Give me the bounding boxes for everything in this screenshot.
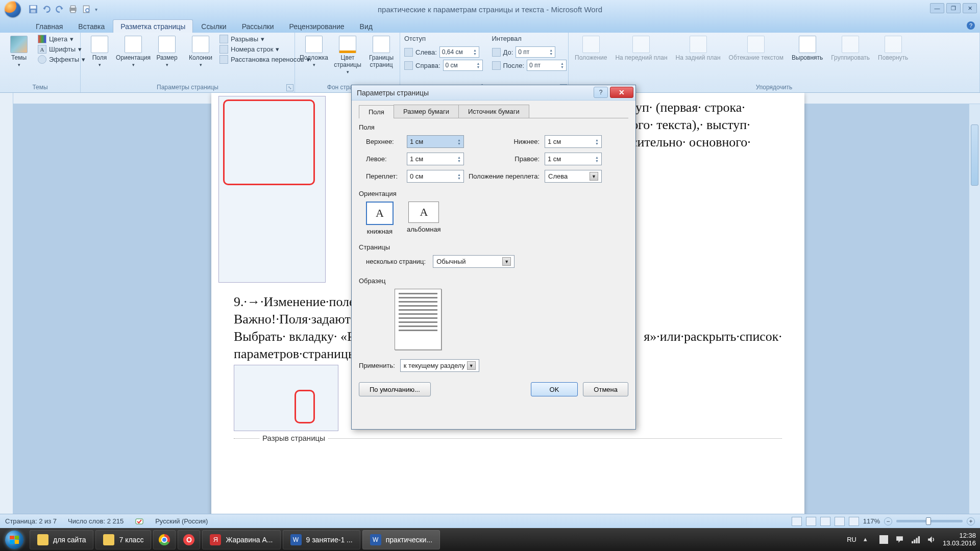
ok-button[interactable]: OK [531,382,578,396]
redo-icon[interactable] [55,5,64,14]
theme-fonts[interactable]: AШрифты ▾ [38,45,85,54]
tab-mailings[interactable]: Рассылки [235,20,281,33]
preview-icon[interactable] [82,5,91,14]
taskbar-item-chrome[interactable] [153,530,176,549]
multi-pages-combo[interactable]: Обычный▼ [433,255,514,268]
vertical-ruler[interactable] [0,93,13,535]
network-icon[interactable] [911,535,920,544]
space-after-input[interactable]: 0 пт▲▼ [527,60,567,71]
tab-view[interactable]: Вид [353,20,380,33]
zoom-in-button[interactable]: + [967,517,975,525]
orientation-portrait[interactable]: Aкнижная [366,202,394,235]
left-margin-input[interactable]: 1 см▲▼ [407,153,464,165]
tab-fields[interactable]: Поля [359,105,394,118]
tab-references[interactable]: Ссылки [194,20,233,33]
rotate-button[interactable]: Повернуть [876,35,910,62]
right-margin-input[interactable]: 1 см▲▼ [545,153,602,165]
columns-button[interactable]: Колонки▾ [186,35,215,68]
office-button[interactable] [0,0,26,18]
watermark-button[interactable]: Подложка▾ [299,35,329,68]
gutter-input[interactable]: 0 см▲▼ [407,170,464,183]
status-page[interactable]: Страница: 2 из 7 [5,517,57,525]
dialog-close-button[interactable]: ✕ [610,87,633,98]
bottom-margin-input[interactable]: 1 см▲▼ [545,135,602,148]
themes-label: Темы [11,54,27,61]
top-margin-input[interactable]: 1 см▲▼ [407,135,464,148]
tray-language[interactable]: RU [847,536,856,543]
view-draft[interactable] [849,517,859,526]
group-arrange: Положение На передний план На задний пла… [569,33,980,92]
space-before-icon [492,48,501,57]
indent-left-input[interactable]: 0,64 см▲▼ [439,46,479,58]
qat-more-icon[interactable]: ▾ [95,7,97,12]
restore-button[interactable]: ❐ [946,3,961,13]
flag-icon[interactable] [879,535,888,544]
page-borders-button[interactable]: Границы страниц [366,35,396,69]
quickprint-icon[interactable] [68,5,78,14]
view-full-reading[interactable] [806,517,816,526]
theme-effects[interactable]: Эффекты ▾ [38,55,85,64]
save-icon[interactable] [29,5,38,14]
bring-front-button[interactable]: На передний план [613,35,669,62]
status-language[interactable]: Русский (Россия) [155,517,208,525]
volume-icon[interactable] [927,535,936,544]
help-button[interactable]: ? [967,21,975,30]
fonts-icon: A [38,45,46,54]
taskbar-item-opera[interactable]: O [178,530,200,549]
theme-colors[interactable]: Цвета ▾ [38,35,85,43]
zoom-slider[interactable] [896,520,963,522]
tab-paper-size[interactable]: Размер бумаги [394,105,459,118]
tray-up-icon[interactable]: ▴ [864,535,872,544]
size-button[interactable]: Размер▾ [152,35,182,68]
view-outline[interactable] [835,517,845,526]
tab-page-layout[interactable]: Разметка страницы [113,19,193,33]
send-back-button[interactable]: На задний план [674,35,723,62]
breaks-icon [219,35,228,43]
align-button[interactable]: Выровнять [790,35,825,62]
vertical-scrollbar[interactable] [969,104,980,535]
effects-icon [38,55,46,64]
status-words[interactable]: Число слов: 2 215 [68,517,124,525]
group-button[interactable]: Группировать [829,35,872,62]
page-color-button[interactable]: Цвет страницы▾ [333,35,362,76]
undo-icon[interactable] [42,5,51,14]
themes-icon [10,36,28,53]
view-print-layout[interactable] [792,517,802,526]
start-button[interactable] [0,528,29,551]
dialog-help-button[interactable]: ? [594,87,608,98]
taskbar-item[interactable]: ЯЖаравина А... [202,530,280,549]
zoom-thumb[interactable] [926,517,931,525]
scroll-thumb[interactable] [971,124,978,186]
page-setup-launcher[interactable]: ⤡ [286,84,293,91]
tab-home[interactable]: Главная [29,20,70,33]
taskbar-item[interactable]: W9 занятие-1 ... [283,530,360,549]
tab-insert[interactable]: Вставка [71,20,112,33]
view-web[interactable] [820,517,830,526]
indent-right-input[interactable]: 0 см▲▼ [443,60,483,71]
status-proof-icon[interactable] [135,517,144,526]
orientation-landscape[interactable]: Aальбомная [407,202,441,235]
taskbar-item[interactable]: 7 класс [95,530,151,549]
tab-paper-source[interactable]: Источник бумаги [458,105,529,118]
gutter-pos-combo[interactable]: Слева▼ [545,170,602,183]
close-button[interactable]: ✕ [963,3,977,13]
text-wrap-button[interactable]: Обтекание текстом [727,35,786,62]
zoom-out-button[interactable]: − [884,517,892,525]
position-button[interactable]: Положение [573,35,609,62]
minimize-button[interactable]: — [930,3,944,13]
taskbar-item[interactable]: Wпрактически... [362,530,440,549]
zoom-value[interactable]: 117% [863,517,880,525]
tab-review[interactable]: Рецензирование [282,20,352,33]
themes-button[interactable]: Темы ▾ [4,35,34,68]
default-button[interactable]: По умолчанию... [359,382,431,396]
dialog-titlebar[interactable]: Параметры страницы ? ✕ [352,85,635,101]
tray-clock[interactable]: 12:38 13.03.2016 [943,532,976,547]
orientation-button[interactable]: Ориентация▾ [118,35,148,68]
group-paragraph: Отступ Слева:0,64 см▲▼ Справа:0 см▲▼ Инт… [400,33,569,92]
taskbar-item[interactable]: для сайта [30,530,93,549]
cancel-button[interactable]: Отмена [583,382,628,396]
space-before-input[interactable]: 0 пт▲▼ [516,46,555,58]
margins-button[interactable]: Поля▾ [85,35,114,68]
apply-to-combo[interactable]: к текущему разделу▼ [400,359,479,372]
action-center-icon[interactable] [895,535,904,544]
